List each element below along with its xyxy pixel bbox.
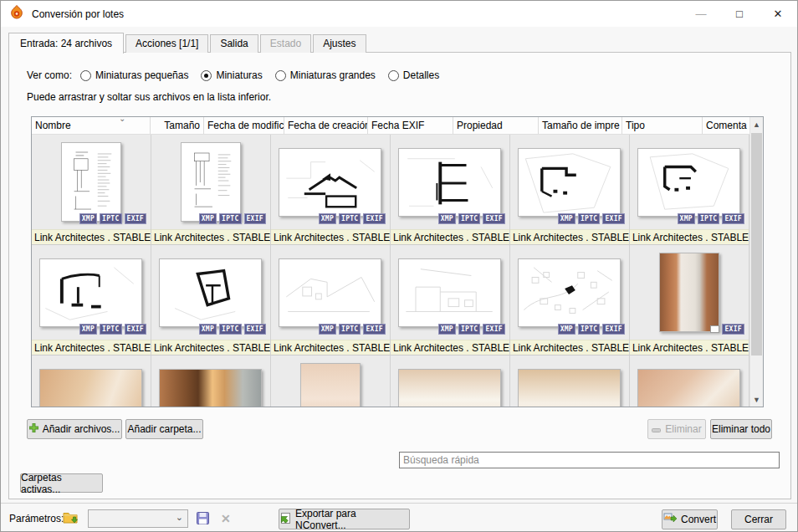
- file-name: Link Architectes . STABLE ...: [32, 340, 151, 355]
- drawing-thumbnail: [279, 148, 381, 217]
- badge-exif: EXIF: [125, 213, 146, 224]
- badge-xmp: XMP: [79, 213, 97, 224]
- badge-exif: EXIF: [363, 324, 385, 335]
- file-item[interactable]: Link Architectes . STABLE ...: [271, 356, 391, 407]
- column-header-comenta[interactable]: Comenta: [703, 117, 749, 134]
- thumbnail: [151, 356, 270, 407]
- badge-xmp: XMP: [79, 324, 97, 335]
- file-name: Link Architectes . STABLE ...: [391, 340, 509, 355]
- convert-button[interactable]: Convert: [662, 509, 718, 529]
- remove-button[interactable]: Eliminar: [647, 419, 706, 439]
- column-label: Comenta: [706, 120, 747, 131]
- file-item[interactable]: Link Architectes . STABLE ...: [630, 356, 749, 407]
- radio-miniaturas-peque-as[interactable]: Miniaturas pequeñas: [80, 69, 188, 81]
- file-item[interactable]: Link Architectes . STABLE ...: [151, 356, 271, 407]
- column-header-nombre[interactable]: Nombre⌄: [32, 117, 151, 134]
- file-item[interactable]: Link Architectes . STABLE ...: [510, 356, 630, 407]
- column-header-tipo[interactable]: Tipo: [622, 117, 703, 134]
- column-label: Fecha de modific: [207, 120, 284, 131]
- column-header-tama-o-de-impre[interactable]: Tamaño de impre: [539, 117, 622, 134]
- radio-circle-icon: [275, 70, 286, 81]
- tab-ajustes[interactable]: Ajustes: [313, 34, 366, 53]
- search-input[interactable]: [399, 452, 780, 468]
- save-parameters-icon[interactable]: [197, 512, 209, 524]
- close-label: Cerrar: [744, 514, 773, 525]
- file-item[interactable]: XMPIPTCEXIFLink Architectes . STABLE ...: [391, 245, 510, 356]
- file-item[interactable]: XMPIPTCEXIFLink Architectes . STABLE ...: [151, 245, 271, 356]
- metadata-badges: XMPIPTCEXIF: [558, 213, 625, 224]
- metadata-badges: XMPIPTCEXIF: [438, 213, 505, 224]
- add-folder-button[interactable]: Añadir carpeta...: [125, 419, 203, 439]
- column-header-tama-o[interactable]: Tamaño: [151, 117, 204, 134]
- radio-circle-icon: [388, 70, 399, 81]
- drawing-thumbnail: [398, 258, 501, 327]
- photo-thumbnail: [300, 363, 361, 407]
- parameters-select[interactable]: ⌄: [88, 509, 188, 528]
- delete-parameters-icon[interactable]: ✕: [221, 512, 231, 525]
- thumbnail: [32, 356, 151, 407]
- badge-exif: EXIF: [722, 324, 744, 335]
- file-item[interactable]: XMPIPTCEXIFLink Architectes . STABLE ...: [271, 245, 391, 356]
- window-title: Conversión por lotes: [32, 8, 124, 20]
- photo-thumbnail: [159, 369, 262, 407]
- file-item[interactable]: XMPIPTCEXIFLink Architectes . STABLE ...: [391, 135, 510, 245]
- badge-exif: EXIF: [483, 324, 504, 335]
- file-item[interactable]: XMPIPTCEXIFLink Architectes . STABLE ...: [510, 135, 630, 245]
- photo-thumbnail: [39, 369, 142, 407]
- file-item[interactable]: Link Architectes . STABLE ...: [32, 356, 151, 407]
- badge-xmp: XMP: [319, 324, 336, 335]
- badge-xmp: XMP: [678, 213, 695, 224]
- thumbnail: [271, 356, 390, 407]
- tab-entrada-24-archivos[interactable]: Entrada: 24 archivos: [8, 33, 124, 54]
- badge-exif: EXIF: [483, 213, 504, 224]
- file-item[interactable]: XMPIPTCEXIFLink Architectes . STABLE ...: [630, 135, 749, 245]
- radio-miniaturas-grandes[interactable]: Miniaturas grandes: [275, 69, 376, 81]
- close-button[interactable]: Cerrar: [731, 509, 786, 529]
- file-item[interactable]: XMPIPTCEXIFLink Architectes . STABLE ...: [510, 245, 630, 356]
- radio-miniaturas[interactable]: Miniaturas: [201, 69, 262, 81]
- close-icon[interactable]: ✕: [759, 1, 797, 27]
- file-item[interactable]: EXIFLink Architectes . STABLE ...: [630, 245, 749, 356]
- column-header-fecha-de-modific[interactable]: Fecha de modific: [204, 117, 284, 134]
- file-item[interactable]: XMPIPTCEXIFLink Architectes . STABLE ...: [32, 135, 151, 245]
- convert-icon: [663, 513, 677, 526]
- radio-label: Miniaturas pequeñas: [95, 69, 188, 81]
- metadata-badges: XMPIPTCEXIF: [438, 324, 505, 335]
- radio-label: Miniaturas grandes: [290, 69, 376, 81]
- drawing-thumbnail: [61, 142, 121, 222]
- tab-acciones-1-1[interactable]: Acciones [1/1]: [125, 34, 208, 53]
- vertical-scrollbar[interactable]: ▲ ▼: [749, 117, 763, 407]
- photo-thumbnail: [398, 369, 501, 407]
- badge-xmp: XMP: [199, 324, 217, 335]
- column-header-propiedad[interactable]: Propiedad: [453, 117, 539, 134]
- photo-thumbnail: [659, 253, 719, 332]
- metadata-badges: XMPIPTCEXIF: [199, 213, 266, 224]
- column-header-fecha-exif[interactable]: Fecha EXIF: [368, 117, 453, 134]
- file-item[interactable]: XMPIPTCEXIFLink Architectes . STABLE ...: [271, 135, 391, 245]
- badge-xmp: XMP: [199, 213, 217, 224]
- file-item[interactable]: Link Architectes . STABLE ...: [391, 356, 510, 407]
- drawing-thumbnail: [398, 148, 501, 217]
- scroll-up-arrow-icon[interactable]: ▲: [750, 117, 763, 131]
- scrollbar-thumb[interactable]: [751, 133, 762, 356]
- scroll-down-arrow-icon[interactable]: ▼: [750, 392, 763, 407]
- active-folders-button[interactable]: Carpetas activas...: [20, 473, 103, 493]
- drawing-thumbnail: [518, 258, 621, 327]
- file-item[interactable]: XMPIPTCEXIFLink Architectes . STABLE ...: [151, 135, 271, 245]
- file-item[interactable]: XMPIPTCEXIFLink Architectes . STABLE ...: [32, 245, 151, 356]
- thumbnail: [391, 356, 509, 407]
- drawing-thumbnail: [39, 258, 142, 327]
- badge-iptc: IPTC: [219, 324, 241, 335]
- maximize-button[interactable]: □: [720, 1, 759, 27]
- export-nconvert-button[interactable]: Exportar para NConvert...: [279, 509, 410, 529]
- remove-all-button[interactable]: Eliminar todo: [710, 419, 772, 439]
- add-files-button[interactable]: Añadir archivos...: [27, 419, 122, 439]
- badge-iptc: IPTC: [698, 213, 719, 224]
- column-header-fecha-de-creaci-n[interactable]: Fecha de creación: [284, 117, 368, 134]
- tab-salida[interactable]: Salida: [210, 34, 258, 53]
- tab-estado[interactable]: Estado: [260, 34, 311, 53]
- radio-detalles[interactable]: Detalles: [388, 69, 439, 81]
- remove-label: Eliminar: [665, 423, 701, 435]
- minimize-button[interactable]: —: [682, 1, 720, 27]
- load-parameters-folder-icon[interactable]: [63, 511, 79, 524]
